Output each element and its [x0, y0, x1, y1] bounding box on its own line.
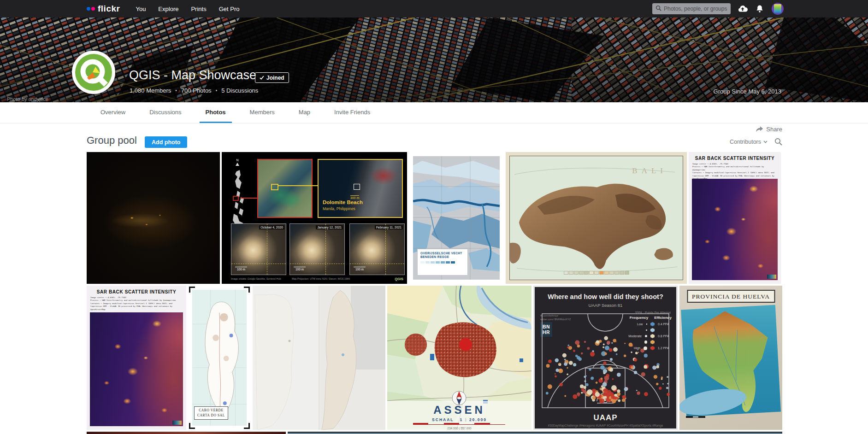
chart-legend: Frequency Efficiency Low0.4 PPA Moderate… — [613, 316, 672, 351]
group-tabbar: Overview Discussions Photos Members Map … — [0, 102, 868, 123]
qgis-logo — [74, 53, 113, 92]
scale-bar — [413, 423, 505, 425]
map-title-box: PROVINCIA DE HUELVA — [687, 290, 775, 303]
map-legend: OVERIJSSELSCHE VECHT BENEDEN REGGE — [417, 249, 468, 276]
legend-swatches — [420, 261, 465, 264]
locator-connector-line — [240, 198, 257, 199]
legend-frequency-header: Frequency — [630, 316, 648, 320]
legend-subtitle: BENEDEN REGGE — [420, 255, 465, 259]
image-credit: Image credits: Google Satellite, Sentine… — [231, 277, 281, 280]
members-count[interactable]: 1,080 Members — [130, 87, 171, 94]
map-frame: BALI — [509, 156, 683, 280]
discussions-count[interactable]: 5 Discussions — [221, 87, 258, 94]
search-icon — [655, 5, 661, 13]
nav-explore[interactable]: Explore — [158, 6, 178, 12]
map-title: Dolomite Beach — [323, 199, 363, 205]
tab-invite-friends[interactable]: Invite Friends — [328, 102, 376, 123]
photo-pool-grid: N 300 m Dolomite Beach Mani — [87, 152, 782, 434]
group-title: QGIS - Map Showcase — [129, 68, 256, 82]
photo-tile-dolomite-beach[interactable]: N 300 m Dolomite Beach Mani — [222, 152, 407, 284]
share-button[interactable]: Share — [756, 126, 782, 133]
legend-efficiency-header: Efficiency — [654, 316, 672, 320]
tab-overview[interactable]: Overview — [94, 102, 131, 123]
navbar: flickr You Explore Prints Get Pro — [0, 0, 868, 18]
tab-members[interactable]: Members — [244, 102, 281, 123]
flickr-logo-pink-dot — [91, 7, 95, 11]
tab-map[interactable]: Map — [293, 102, 316, 123]
inset-highlight-box — [271, 184, 278, 190]
page-title: Group pool — [87, 135, 137, 147]
qgis-credit: QGIS — [395, 277, 403, 281]
flickr-logo-blue-dot — [87, 7, 90, 11]
nav-you[interactable]: You — [136, 6, 146, 12]
timelapse-panel-2: January 12, 2021 100 m — [289, 223, 345, 275]
nav-prints[interactable]: Prints — [191, 6, 206, 12]
scale-bar: 100 m — [235, 267, 247, 271]
north-arrow-icon: N — [236, 158, 239, 166]
upload-button[interactable] — [738, 4, 748, 14]
inset-connector-line — [278, 185, 318, 186]
map-title-box: CABO VERDE CARTA DO SAL — [194, 406, 228, 420]
dolomite-satellite-panel: 300 m Dolomite Beach Manila, Philippines — [318, 159, 403, 218]
photo-tile-bali-relief-map[interactable]: BALI — [506, 152, 687, 284]
scale-bar: 100 m — [354, 267, 366, 271]
search-input[interactable] — [664, 6, 727, 12]
photo-tile-dark-terrain-map[interactable] — [87, 152, 220, 284]
group-since: Group Since May 6, 2013 — [714, 88, 781, 95]
group-avatar[interactable] — [72, 51, 115, 94]
add-photo-button[interactable]: Add photo — [145, 136, 187, 148]
photo-tile-partial-red-relief[interactable] — [87, 432, 286, 434]
date-label: October 4, 2020 — [259, 225, 284, 229]
global-search[interactable] — [652, 3, 731, 14]
corner-mark — [244, 423, 250, 429]
photo-tile-sar-backscatter[interactable]: SAR BACK SCATTER INTENSITY Image center … — [689, 152, 781, 284]
tab-photos[interactable]: Photos — [200, 102, 232, 123]
map-title: PROVINCIA DE HUELVA — [692, 293, 770, 300]
pool-search-icon[interactable] — [774, 138, 782, 147]
check-icon — [260, 76, 264, 80]
photo-tile-assen-city-map[interactable]: ASSEN SCHAAL 1 : 20.000 234.000 | 557.00… — [387, 286, 531, 430]
map-subtitle: CARTA DO SAL — [197, 413, 225, 418]
legend-strip — [564, 271, 629, 275]
account-avatar[interactable] — [772, 3, 784, 15]
coastline-art — [253, 286, 385, 430]
joined-button[interactable]: Joined — [255, 72, 289, 83]
inset-scale-bar: 300 m — [350, 195, 359, 199]
timelapse-panel-1: October 4, 2020 100 m — [231, 223, 286, 275]
stats-separator: • — [175, 88, 177, 93]
map-metadata: Image center → 4.6301, -75.7343 Process … — [90, 296, 182, 311]
date-label: February 11, 2021 — [375, 225, 403, 229]
metro-manila-inset-map — [257, 159, 313, 218]
pool-toolbar: Share Group pool Add photo Contributors — [0, 123, 868, 152]
group-stats: 1,080 Members • 700 Photos • 5 Discussio… — [130, 87, 258, 94]
map-title: CABO VERDE — [197, 408, 225, 413]
chevron-down-icon — [763, 141, 768, 143]
photo-tile-sar-backscatter-2[interactable]: SAR BACK SCATTER INTENSITY Image center … — [87, 286, 186, 430]
primary-nav: You Explore Prints Get Pro — [136, 6, 239, 12]
scale-bar: 100 m — [294, 267, 306, 271]
sea-area — [192, 290, 247, 426]
projection-note: Map Projection: UTM zone 51N / Datum: WG… — [292, 277, 350, 280]
date-label: January 12, 2021 — [316, 225, 343, 229]
photo-tile-vecht-flood-map[interactable]: OVERIJSSELSCHE VECHT BENEDEN REGGE — [409, 152, 504, 284]
flickr-logo[interactable]: flickr — [87, 4, 120, 14]
photo-tile-iberia-basemap[interactable] — [253, 286, 385, 430]
map-title: SAR BACK SCATTER INTENSITY — [90, 289, 183, 294]
tab-discussions[interactable]: Discussions — [143, 102, 187, 123]
nav-get-pro[interactable]: Get Pro — [219, 6, 240, 12]
cover-photo-credit: Photo by andyjtice — [7, 96, 48, 102]
hashtags: #30DayMapChallenge #Hexagons #UAAP #Cour… — [535, 424, 676, 427]
league-label: UAAP — [535, 413, 676, 422]
photo-tile-provincia-de-huelva[interactable]: PROVINCIA DE HUELVA — [679, 286, 782, 430]
photo-tile-uaap-shot-chart[interactable]: Where and how well did they shoot? UAAP … — [533, 286, 678, 430]
sea-area — [681, 305, 781, 416]
court-art — [535, 287, 676, 428]
scale-bar — [686, 416, 705, 418]
notifications-bell-icon[interactable] — [755, 4, 765, 14]
photos-count[interactable]: 700 Photos — [181, 87, 212, 94]
avatar-image — [774, 4, 781, 13]
photo-tile-cabo-verde-sal[interactable]: CABO VERDE CARTA DO SAL — [188, 286, 251, 430]
group-cover-photo: Photo by andyjtice QGIS - Map Showcase J… — [0, 18, 868, 102]
contributors-filter[interactable]: Contributors — [730, 139, 768, 145]
photo-tile-partial-blue-map[interactable] — [288, 432, 782, 434]
